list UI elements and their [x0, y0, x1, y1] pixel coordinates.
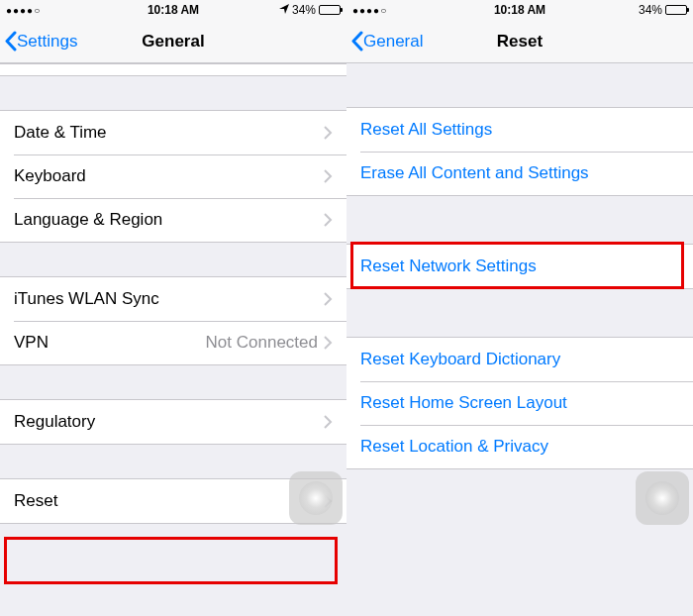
signal-dots-icon: ●●●●○	[352, 5, 387, 16]
cell-date-time[interactable]: Date & Time	[0, 111, 346, 154]
cell-reset-home[interactable]: Reset Home Screen Layout	[346, 381, 693, 425]
cell-label: Reset Home Screen Layout	[360, 393, 679, 413]
cell-reset-network[interactable]: Reset Network Settings	[346, 245, 693, 288]
cell-erase-all[interactable]: Erase All Content and Settings	[346, 152, 693, 195]
cell-language-region[interactable]: Language & Region	[0, 198, 346, 242]
cell-reset-all[interactable]: Reset All Settings	[346, 108, 693, 152]
cell-label: Reset	[14, 491, 324, 511]
battery-icon	[319, 5, 341, 15]
chevron-right-icon	[324, 292, 333, 306]
cell-itunes-wlan[interactable]: iTunes WLAN Sync	[0, 277, 346, 321]
back-button[interactable]: General	[346, 31, 423, 51]
chevron-right-icon	[324, 415, 333, 429]
back-label: General	[363, 32, 423, 51]
phone-right: ●●●●○ 10:18 AM 34% General Reset Reset A…	[346, 0, 693, 616]
back-button[interactable]: Settings	[0, 31, 77, 51]
settings-group: iTunes WLAN Sync VPN Not Connected	[0, 276, 346, 365]
chevron-right-icon	[324, 213, 333, 227]
cell-label: Reset Location & Privacy	[360, 437, 679, 457]
back-label: Settings	[17, 32, 77, 51]
cell-reset-keyboard[interactable]: Reset Keyboard Dictionary	[346, 338, 693, 381]
cell-detail: Not Connected	[206, 333, 318, 353]
reset-group: Reset All Settings Erase All Content and…	[346, 107, 693, 196]
cell-label: Language & Region	[14, 210, 324, 230]
chevron-left-icon	[4, 31, 17, 51]
settings-group: Date & Time Keyboard Language & Region	[0, 110, 346, 243]
cell-label: Erase All Content and Settings	[360, 163, 679, 183]
cell-label: Date & Time	[14, 123, 324, 143]
cell-label: Keyboard	[14, 166, 324, 186]
phone-left: ●●●●○ 10:18 AM 34% Settings General	[0, 0, 346, 616]
assistive-touch-icon[interactable]	[289, 471, 343, 525]
cell-regulatory[interactable]: Regulatory	[0, 400, 346, 444]
battery-percent: 34%	[639, 3, 662, 17]
status-time: 10:18 AM	[494, 3, 545, 17]
chevron-left-icon	[350, 31, 363, 51]
cell-vpn[interactable]: VPN Not Connected	[0, 321, 346, 364]
chevron-right-icon	[324, 126, 333, 140]
nav-title: Reset	[497, 32, 543, 51]
status-bar: ●●●●○ 10:18 AM 34%	[346, 0, 693, 20]
cell-reset-location[interactable]: Reset Location & Privacy	[346, 425, 693, 468]
chevron-right-icon	[324, 336, 333, 350]
chevron-right-icon	[324, 169, 333, 183]
cell-keyboard[interactable]: Keyboard	[0, 154, 346, 198]
battery-icon	[665, 5, 687, 15]
cell-label: iTunes WLAN Sync	[14, 289, 324, 309]
cell-label: Regulatory	[14, 412, 324, 432]
reset-group: Reset Keyboard Dictionary Reset Home Scr…	[346, 337, 693, 469]
reset-group: Reset Network Settings	[346, 244, 693, 289]
nav-title: General	[142, 32, 204, 51]
location-icon	[279, 3, 289, 17]
battery-percent: 34%	[292, 3, 316, 17]
assistive-touch-icon[interactable]	[636, 471, 689, 525]
cell-label: Reset Network Settings	[360, 257, 679, 276]
navbar: Settings General	[0, 20, 346, 63]
settings-group: Regulatory	[0, 399, 346, 445]
row-fragment	[0, 63, 346, 76]
cell-label: VPN	[14, 333, 206, 353]
cell-label: Reset Keyboard Dictionary	[360, 350, 679, 369]
navbar: General Reset	[346, 20, 693, 63]
cell-label: Reset All Settings	[360, 120, 679, 140]
signal-dots-icon: ●●●●○	[6, 5, 41, 16]
status-bar: ●●●●○ 10:18 AM 34%	[0, 0, 346, 20]
highlight-reset	[4, 537, 338, 584]
status-time: 10:18 AM	[148, 3, 199, 17]
